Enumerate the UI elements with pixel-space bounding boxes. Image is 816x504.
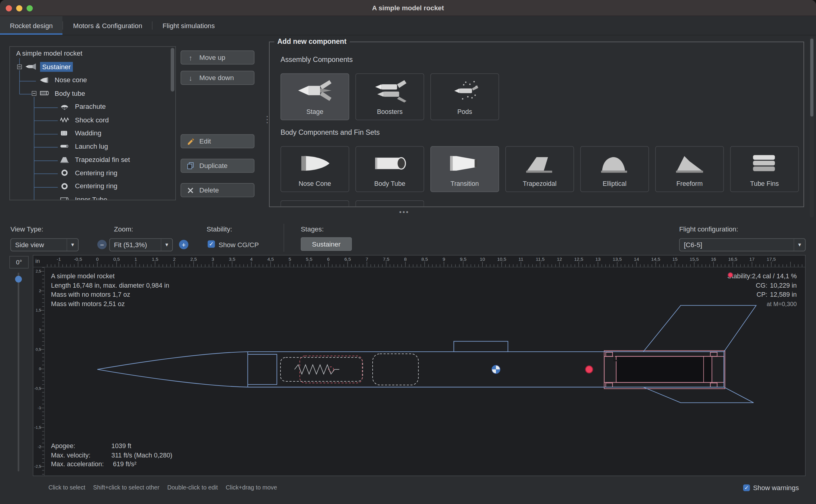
arrow-down-icon: ↓ (186, 74, 195, 82)
tree-item-centering-ring[interactable]: Centering ring (10, 179, 176, 193)
rocket-design-canvas[interactable]: -1-0,500,511,522,533,544,555,566,577,588… (33, 255, 805, 476)
svg-text:4: 4 (250, 257, 253, 262)
add-boosters-button[interactable]: Boosters (355, 73, 424, 120)
add-transition-button[interactable]: Transition (430, 146, 499, 192)
tree-item-centering-ring[interactable]: Centering ring (10, 166, 176, 179)
delete-button[interactable]: Delete (181, 183, 255, 197)
svg-text:11: 11 (519, 257, 523, 262)
close-window-button[interactable] (6, 5, 12, 11)
add-body-tube-button[interactable]: Body Tube (355, 146, 424, 192)
chevron-down-icon: ▾ (66, 239, 78, 251)
svg-text:-0,5: -0,5 (74, 257, 82, 262)
elliptical-fin-icon (597, 151, 632, 176)
zoom-select[interactable]: Fit (51,3%) ▾ (109, 238, 173, 251)
tree-item-rocket-root[interactable]: A simple model rocket (10, 47, 176, 60)
pods-icon (445, 78, 484, 103)
window-scrollbar-thumb[interactable] (810, 38, 813, 116)
svg-text:12,5: 12,5 (574, 257, 583, 262)
component-tree: A simple model rocket Sustainer Nose con… (9, 46, 176, 200)
svg-text:14,5: 14,5 (651, 257, 660, 262)
inner-tube-icon (60, 196, 69, 200)
minus-icon: − (100, 241, 104, 248)
cp-marker (585, 366, 593, 373)
tree-item-launch-lug[interactable]: Launch lug (10, 140, 176, 153)
flight-configuration-select[interactable]: [C6-5] ▾ (679, 238, 805, 251)
svg-text:1,5: 1,5 (152, 257, 158, 262)
svg-text:8: 8 (404, 257, 407, 262)
transition-icon (444, 151, 486, 176)
duplicate-button[interactable]: Duplicate (181, 159, 255, 173)
svg-text:7,5: 7,5 (383, 257, 390, 262)
tree-item-body-tube[interactable]: Body tube (10, 87, 176, 100)
tree-item-nose-cone[interactable]: Nose cone (10, 73, 176, 87)
svg-text:0,5: 0,5 (113, 257, 120, 262)
freeform-fin-icon (672, 151, 707, 176)
svg-text:6,5: 6,5 (344, 257, 351, 262)
body-tube-icon (40, 90, 49, 97)
tree-item-wadding[interactable]: Wadding (10, 126, 176, 140)
maximize-window-button[interactable] (27, 5, 33, 11)
section-assembly-components: Assembly Components (280, 56, 353, 63)
show-warnings-control: ✓ Show warnings (743, 484, 799, 492)
move-up-button[interactable]: ↑ Move up (181, 50, 255, 64)
svg-text:15: 15 (672, 257, 678, 262)
view-type-select[interactable]: Side view ▾ (10, 238, 79, 251)
svg-text:13,5: 13,5 (613, 257, 622, 262)
rocket-stage-icon (25, 63, 37, 70)
rotation-slider-track[interactable] (18, 273, 19, 471)
plus-icon: + (182, 241, 186, 248)
panel-collapse-grip-icon[interactable]: ••• (399, 208, 410, 216)
svg-text:5,5: 5,5 (306, 257, 312, 262)
tab-flight-simulations[interactable]: Flight simulations (153, 16, 225, 35)
svg-text:9: 9 (443, 257, 445, 262)
tab-rocket-design[interactable]: Rocket design (0, 16, 63, 35)
svg-text:10,5: 10,5 (497, 257, 506, 262)
show-cgcp-checkbox[interactable]: ✓ (208, 241, 215, 248)
tab-motors-configuration[interactable]: Motors & Configuration (63, 16, 152, 35)
add-freeform-fin-button[interactable]: Freeform (655, 146, 724, 192)
edit-button[interactable]: Edit (181, 134, 255, 148)
rotation-slider-thumb[interactable] (15, 276, 22, 283)
svg-text:3: 3 (212, 257, 214, 262)
add-elliptical-fin-button[interactable]: Elliptical (580, 146, 649, 192)
stability-label: Stability: (207, 225, 232, 233)
zoom-in-button[interactable]: + (179, 240, 188, 249)
add-tube-fins-button[interactable]: Tube Fins (730, 146, 799, 192)
pencil-icon (186, 137, 195, 146)
tree-item-sustainer[interactable]: Sustainer (10, 60, 176, 73)
minimize-window-button[interactable] (16, 5, 22, 11)
centering-ring-icon (60, 183, 69, 190)
add-nose-cone-button[interactable]: Nose Cone (280, 146, 349, 192)
show-warnings-checkbox[interactable]: ✓ (743, 484, 750, 491)
add-stage-button[interactable]: Stage (280, 73, 349, 120)
add-component-title: Add new component (274, 37, 349, 45)
svg-text:8,5: 8,5 (421, 257, 428, 262)
svg-text:0,5: 0,5 (36, 347, 41, 352)
collapse-icon[interactable] (32, 91, 36, 95)
tree-item-shock-cord[interactable]: Shock cord (10, 113, 176, 127)
tree-item-inner-tube[interactable]: Inner Tube (10, 193, 176, 200)
svg-text:15,5: 15,5 (690, 257, 699, 262)
toolbar-divider (283, 224, 284, 252)
partial-component-button[interactable] (355, 200, 424, 207)
parachute-icon (60, 103, 69, 110)
move-down-button[interactable]: ↓ Move down (181, 71, 255, 85)
tree-item-parachute[interactable]: Parachute (10, 100, 176, 113)
stage-icon (295, 78, 335, 103)
partial-component-button[interactable] (280, 200, 349, 207)
add-trapezoidal-fin-button[interactable]: Trapezoidal (505, 146, 574, 192)
tree-scrollbar-thumb[interactable] (171, 48, 174, 92)
svg-text:5: 5 (289, 257, 291, 262)
stage-toggle-sustainer[interactable]: Sustainer (301, 237, 352, 251)
chevron-down-icon: ▾ (794, 239, 805, 251)
rotation-angle-indicator: 0° (9, 256, 29, 268)
add-pods-button[interactable]: Pods (430, 73, 499, 120)
rocket-info-block: A simple model rocket Length 16,748 in, … (51, 272, 169, 309)
zoom-label: Zoom: (114, 225, 133, 233)
centering-ring-icon (60, 169, 69, 176)
collapse-icon[interactable] (17, 64, 22, 69)
spring-symbol (295, 365, 339, 374)
svg-text:1,5: 1,5 (36, 308, 41, 312)
tree-item-trapezoidal-fin-set[interactable]: Trapezoidal fin set (10, 153, 176, 166)
zoom-out-button[interactable]: − (97, 240, 107, 249)
